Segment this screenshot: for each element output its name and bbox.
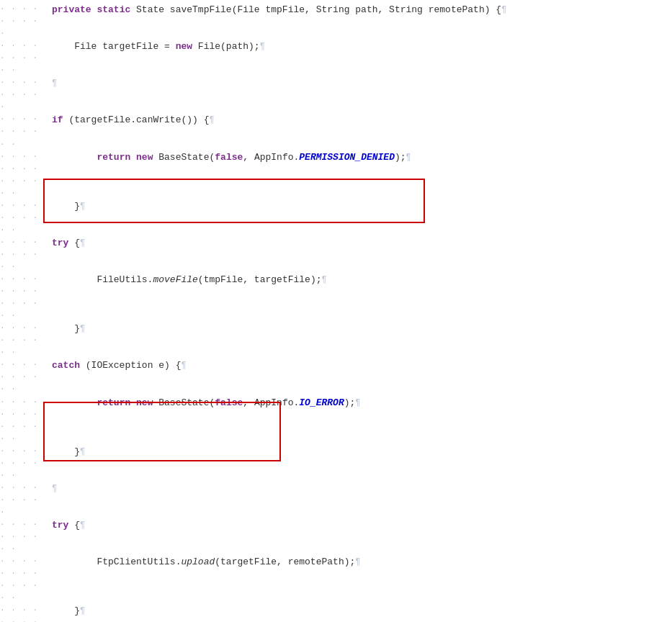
line-gutter: · · · · · · · · · · bbox=[0, 518, 49, 555]
code-lines: · · · · · · · · ·private static State sa… bbox=[0, 3, 672, 622]
code-line: · · · · · · · · · ·if (targetFile.canWri… bbox=[0, 113, 672, 150]
line-content: try {¶ bbox=[49, 236, 672, 251]
line-gutter: · · · · · · · · · · · · · · bbox=[0, 150, 49, 199]
gutter-dots: · · · · · · · · · bbox=[0, 76, 46, 113]
code-line: · · · · · · · · · · · · · · return new B… bbox=[0, 396, 672, 445]
gutter-dots: · · · · · · · · · · · · · · bbox=[0, 396, 46, 445]
line-content: try {¶ bbox=[49, 518, 672, 533]
code-line: · · · · · · · · · · }¶ bbox=[0, 445, 672, 482]
line-gutter: · · · · · · · · · · bbox=[0, 113, 49, 150]
line-content: private static State saveTmpFile(File tm… bbox=[49, 3, 672, 17]
gutter-dots: · · · · · · · · · · bbox=[0, 113, 46, 150]
code-line: · · · · · · · · ·private static State sa… bbox=[0, 3, 672, 40]
line-gutter: · · · · · · · · · · bbox=[0, 445, 49, 482]
line-content: }¶ bbox=[49, 445, 672, 459]
code-line: · · · · · · · · ·¶ bbox=[0, 76, 672, 113]
code-line: · · · · · · · · · · }¶ bbox=[0, 199, 672, 236]
code-line: · · · · · · · · · · }¶ bbox=[0, 322, 672, 359]
code-line: · · · · · · · · · · }¶ bbox=[0, 604, 672, 622]
code-line: · · · · · · · · · · · · · · return new B… bbox=[0, 150, 672, 199]
line-gutter: · · · · · · · · · · · · · · bbox=[0, 555, 49, 604]
gutter-dots: · · · · · · · · · · bbox=[0, 40, 46, 76]
line-gutter: · · · · · · · · · bbox=[0, 3, 49, 40]
line-gutter: · · · · · · · · · · · · · · bbox=[0, 273, 49, 322]
gutter-dots: · · · · · · · · · · bbox=[0, 604, 46, 622]
gutter-dots: · · · · · · · · · bbox=[0, 482, 46, 518]
line-content: if (targetFile.canWrite()) {¶ bbox=[49, 113, 672, 127]
line-gutter: · · · · · · · · · · bbox=[0, 322, 49, 359]
code-line: · · · · · · · · · · · · · · FileUtils.mo… bbox=[0, 273, 672, 322]
line-gutter: · · · · · · · · · bbox=[0, 76, 49, 113]
line-content: }¶ bbox=[49, 322, 672, 336]
code-line: · · · · · · · · ·¶ bbox=[0, 482, 672, 518]
gutter-dots: · · · · · · · · · · bbox=[0, 359, 46, 395]
line-gutter: · · · · · · · · · · bbox=[0, 236, 49, 273]
gutter-dots: · · · · · · · · · · bbox=[0, 518, 46, 555]
line-content: }¶ bbox=[49, 199, 672, 214]
code-line: · · · · · · · · · · · · · · FtpClientUti… bbox=[0, 555, 672, 604]
line-content: ¶ bbox=[49, 76, 672, 91]
line-gutter: · · · · · · · · · bbox=[0, 482, 49, 518]
gutter-dots: · · · · · · · · · bbox=[0, 3, 46, 40]
line-content: FileUtils.moveFile(tmpFile, targetFile);… bbox=[49, 273, 672, 287]
gutter-dots: · · · · · · · · · · · · · · bbox=[0, 273, 46, 322]
line-gutter: · · · · · · · · · · bbox=[0, 199, 49, 236]
line-content: catch (IOException e) {¶ bbox=[49, 359, 672, 373]
code-viewer: · · · · · · · · ·private static State sa… bbox=[0, 0, 672, 622]
line-gutter: · · · · · · · · · · bbox=[0, 604, 49, 622]
line-gutter: · · · · · · · · · · bbox=[0, 359, 49, 395]
line-content: ¶ bbox=[49, 482, 672, 496]
line-gutter: · · · · · · · · · · bbox=[0, 40, 49, 76]
line-content: File targetFile = new File(path);¶ bbox=[49, 40, 672, 54]
line-gutter: · · · · · · · · · · · · · · bbox=[0, 396, 49, 445]
line-content: FtpClientUtils.upload(targetFile, remote… bbox=[49, 555, 672, 569]
code-line: · · · · · · · · · ·try {¶ bbox=[0, 236, 672, 273]
code-line: · · · · · · · · · ·try {¶ bbox=[0, 518, 672, 555]
line-content: return new BaseState(false, AppInfo.PERM… bbox=[49, 150, 672, 165]
code-line: · · · · · · · · · ·catch (IOException e)… bbox=[0, 359, 672, 395]
code-line: · · · · · · · · · · File targetFile = ne… bbox=[0, 40, 672, 76]
line-content: }¶ bbox=[49, 604, 672, 618]
gutter-dots: · · · · · · · · · · bbox=[0, 236, 46, 273]
gutter-dots: · · · · · · · · · · bbox=[0, 199, 46, 236]
gutter-dots: · · · · · · · · · · bbox=[0, 322, 46, 359]
gutter-dots: · · · · · · · · · · bbox=[0, 445, 46, 482]
gutter-dots: · · · · · · · · · · · · · · bbox=[0, 150, 46, 199]
line-content: return new BaseState(false, AppInfo.IO_E… bbox=[49, 396, 672, 410]
gutter-dots: · · · · · · · · · · · · · · bbox=[0, 555, 46, 604]
